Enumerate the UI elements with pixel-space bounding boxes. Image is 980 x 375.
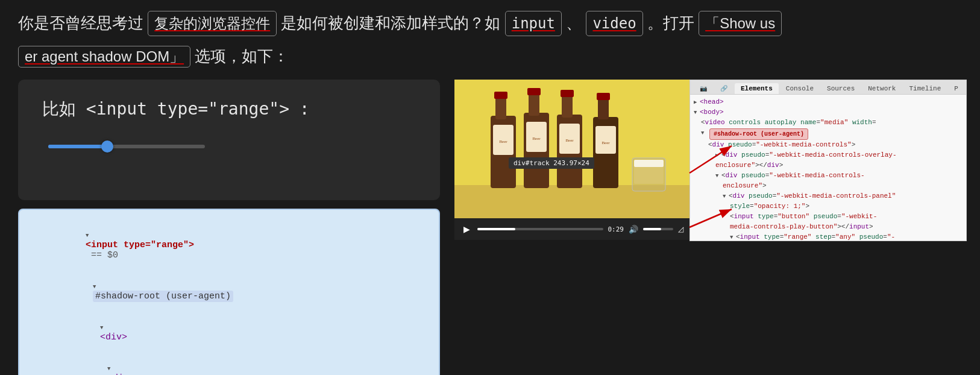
dt-media-controls: <div pseudo="-webkit-media-controls"> (694, 140, 963, 150)
video-thumbnail: Beer Beer Beer (454, 80, 689, 218)
time-label: 0:29 (608, 225, 624, 233)
code-line-1: ▼ <input type="range"> == $0 (31, 219, 427, 271)
progress-bar[interactable] (477, 228, 603, 230)
right-section: Beer Beer Beer (454, 80, 967, 241)
svg-rect-6 (495, 96, 506, 119)
devtools-content: ▶<head> ▼<body> <video controls autoplay… (690, 95, 966, 241)
header-text: 你是否曾经思考过 复杂的浏览器控件 是如何被创建和添加样式的？如 input 、… (18, 11, 962, 36)
header-mid: 是如何被创建和添加样式的？如 (281, 14, 500, 32)
arrow-1: ▼ (86, 233, 92, 239)
arrow-3: ▼ (100, 325, 106, 331)
input-code-badge: input (505, 11, 562, 36)
demo-label: 比如 <input type="range"> : (42, 98, 416, 121)
svg-text:Beer: Beer (532, 136, 541, 141)
dt-head: ▶<head> (694, 97, 963, 107)
tab-p[interactable]: P (948, 83, 964, 94)
tab-elements[interactable]: Elements (735, 83, 779, 94)
range-track (48, 145, 205, 148)
sep2: 。打开 (647, 14, 694, 32)
shadow-root-label: #shadow-root (user-agent) (93, 291, 233, 302)
svg-rect-17 (561, 90, 574, 97)
dt-play-btn2: media-controls-play-button"></input> (694, 222, 963, 232)
svg-rect-23 (595, 126, 616, 154)
svg-rect-16 (562, 95, 573, 118)
code-div: <div> (100, 332, 127, 342)
dt-controls-enc2: enclosure"> (694, 181, 963, 191)
header-prefix: 你是否曾经思考过 (18, 14, 143, 32)
svg-rect-4 (634, 160, 664, 167)
video-code-badge: video (586, 11, 642, 36)
code-line-3: ▼ <div> (31, 312, 427, 353)
tab-network[interactable]: Network (862, 83, 902, 94)
code-eq: == $0 (86, 250, 118, 260)
beer-svg: Beer Beer Beer (454, 80, 689, 218)
tab-console[interactable]: Console (780, 83, 820, 94)
fullscreen-button[interactable]: ◿ (678, 225, 683, 233)
range-fill (48, 145, 108, 148)
code-line-4: ▼ <div pseudo="-webkit-slider-runnable-t… (31, 353, 427, 375)
code-line-2: ▼ #shadow-root (user-agent) (31, 271, 427, 312)
range-thumb[interactable] (101, 140, 113, 153)
svg-rect-11 (529, 93, 539, 116)
bottom-section: 比如 <input type="range"> : ▼ <input type=… (18, 80, 962, 375)
svg-rect-7 (494, 92, 507, 99)
sep1: 、 (566, 14, 582, 32)
dt-body: ▼<body> (694, 107, 963, 118)
browser-controls-highlight: 复杂的浏览器控件 (148, 11, 277, 36)
dt-play-btn: <input type="button" pseudo="-webkit- (694, 212, 963, 222)
shadow-dom-badge: er agent shadow DOM」 (18, 46, 190, 68)
code-box: ▼ <input type="range"> == $0 ▼ #shadow-r… (18, 209, 440, 375)
devtools-panel: 📷 🔗 Elements Console Sources Network Tim… (689, 80, 967, 241)
svg-rect-21 (598, 98, 609, 119)
video-tooltip: div#track 243.97×24 (509, 157, 594, 169)
svg-rect-22 (597, 93, 610, 100)
dt-panel2: style="opacity: 1;"> (694, 201, 963, 212)
video-area: Beer Beer Beer (454, 80, 689, 241)
dt-overlay-enclosure2: enclosure"></div> (694, 160, 963, 171)
tab-timeline[interactable]: Timeline (903, 83, 947, 94)
devtools-tab-icon2: 🔗 (714, 83, 733, 94)
dt-controls-enc: ▼<div pseudo="-webkit-media-controls- (694, 171, 963, 181)
dt-video: <video controls autoplay name="media" wi… (694, 118, 963, 128)
arrow-4: ▼ (107, 366, 113, 372)
dt-shadow-root-1: ▼ #shadow-root (user-agent) (694, 128, 963, 140)
demo-box: 比如 <input type="range"> : (18, 80, 440, 200)
volume-bar[interactable] (643, 228, 673, 230)
shadow-root-badge-1: #shadow-root (user-agent) (709, 128, 808, 140)
volume-icon: 🔊 (629, 225, 638, 234)
header-line2: er agent shadow DOM」 选项，如下： (18, 46, 962, 68)
play-button[interactable]: ▶ (460, 223, 473, 235)
dt-timeline-input: ▼<input type="range" step="any" pseudo="… (694, 232, 963, 241)
show-user-badge: 「Show us (699, 11, 782, 36)
volume-fill (643, 228, 661, 230)
devtools-tabs: 📷 🔗 Elements Console Sources Network Tim… (690, 80, 966, 95)
header-line2-suffix: 选项，如下： (195, 47, 289, 65)
progress-fill (477, 228, 515, 230)
range-demo (42, 139, 416, 154)
video-controls[interactable]: ▶ 0:29 🔊 ◿ (454, 218, 689, 240)
svg-text:Beer: Beer (499, 139, 507, 144)
code-tag-1: <input type="range"> (86, 240, 194, 250)
dt-overlay-enclosure: ▶<div pseudo="-webkit-media-controls-ove… (694, 150, 963, 160)
devtools-tab-icon: 📷 (694, 83, 713, 94)
dt-panel: ▼<div pseudo="-webkit-media-controls-pan… (694, 191, 963, 201)
arrow-2: ▼ (93, 284, 99, 290)
svg-text:Beer: Beer (602, 140, 610, 145)
svg-rect-12 (527, 88, 541, 95)
svg-text:Beer: Beer (565, 138, 574, 143)
tab-sources[interactable]: Sources (821, 83, 861, 94)
